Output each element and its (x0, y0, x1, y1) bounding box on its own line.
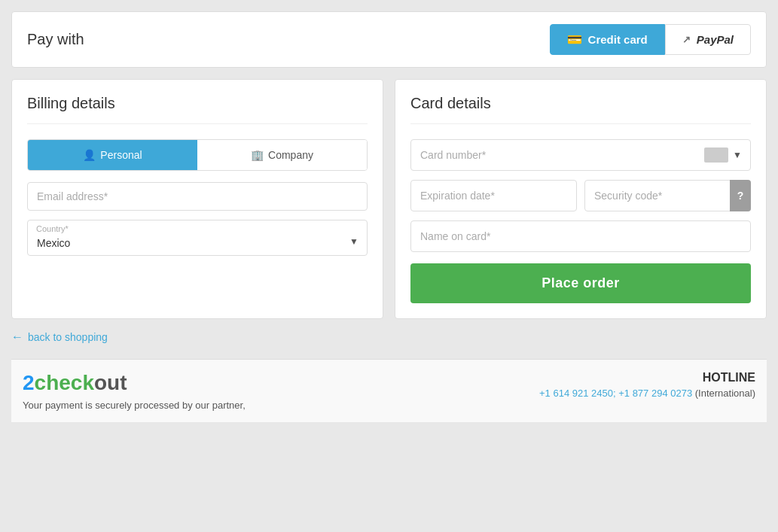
place-order-label: Place order (542, 275, 620, 290)
company-label: Company (268, 149, 313, 161)
footer-section: 2checkout Your payment is securely proce… (11, 359, 767, 422)
hotline-section: HOTLINE +1 614 921 2450; +1 877 294 0273… (539, 371, 755, 399)
pay-with-label: Pay with (27, 31, 84, 48)
main-content: Billing details 👤 Personal 🏢 Company Cou… (11, 79, 767, 319)
brand-area: 2checkout Your payment is securely proce… (23, 371, 246, 411)
card-type-icon (704, 147, 728, 163)
billing-section: Billing details 👤 Personal 🏢 Company Cou… (11, 79, 383, 319)
personal-label: Personal (100, 149, 142, 161)
card-row: ? (410, 180, 751, 211)
tagline-text: Your payment is securely processed by ou… (23, 400, 246, 411)
person-icon: 👤 (83, 149, 96, 161)
security-help-button[interactable]: ? (730, 180, 751, 211)
card-icons: ▼ (704, 147, 745, 163)
card-title: Card details (410, 95, 751, 124)
brand-2: 2 (23, 371, 35, 394)
billing-title: Billing details (27, 95, 368, 124)
pay-with-section: Pay with 💳 Credit card ↗ PayPal (11, 11, 767, 68)
paypal-button[interactable]: ↗ PayPal (665, 24, 751, 55)
personal-company-toggle: 👤 Personal 🏢 Company (27, 139, 368, 171)
hotline-label: HOTLINE (539, 371, 755, 385)
hotline-numbers: +1 614 921 2450; +1 877 294 0273 (539, 388, 692, 399)
credit-card-label: Credit card (588, 33, 648, 46)
email-input[interactable] (27, 182, 368, 211)
brand-out: out (94, 371, 127, 394)
card-dropdown-button[interactable]: ▼ (730, 148, 745, 162)
company-toggle-button[interactable]: 🏢 Company (197, 140, 367, 170)
external-link-icon: ↗ (682, 34, 691, 45)
country-select[interactable]: Mexico United States Canada United Kingd… (27, 220, 368, 256)
expiry-wrapper (410, 180, 577, 211)
card-section: Card details ▼ ? Place order (395, 79, 767, 319)
expiry-input[interactable] (410, 180, 577, 211)
personal-toggle-button[interactable]: 👤 Personal (28, 140, 197, 170)
brand-check: check (35, 371, 94, 394)
back-to-shopping-label: back to shopping (28, 331, 108, 343)
credit-card-icon: 💳 (567, 32, 582, 47)
hotline-number: +1 614 921 2450; +1 877 294 0273 (Intern… (539, 388, 755, 399)
brand-logo: 2checkout (23, 371, 246, 395)
card-number-input[interactable] (410, 139, 751, 171)
brand-tagline: Your payment is securely processed by ou… (23, 400, 246, 411)
country-wrapper: Country* Mexico United States Canada Uni… (27, 220, 368, 256)
back-to-shopping-link[interactable]: ← back to shopping (11, 330, 108, 344)
hotline-intl: (International) (695, 388, 755, 399)
credit-card-button[interactable]: 💳 Credit card (550, 24, 665, 55)
payment-methods: 💳 Credit card ↗ PayPal (550, 24, 751, 55)
card-number-wrapper: ▼ (410, 139, 751, 171)
back-arrow-icon: ← (11, 330, 23, 344)
place-order-button[interactable]: Place order (410, 263, 751, 303)
country-label: Country* (36, 224, 69, 233)
paypal-label: PayPal (697, 33, 734, 46)
security-wrapper: ? (584, 180, 751, 211)
building-icon: 🏢 (251, 149, 264, 161)
name-on-card-input[interactable] (410, 220, 751, 252)
security-code-input[interactable] (584, 180, 751, 211)
